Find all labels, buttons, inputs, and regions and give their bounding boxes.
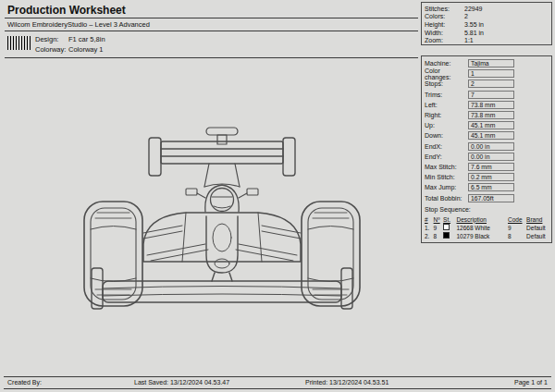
machine-label: Up: (425, 122, 468, 129)
barcode-icon (7, 36, 31, 50)
colorway-row: Colorway: Colorway 1 (35, 45, 104, 54)
summary-value: 5.81 in (464, 30, 484, 36)
machine-row: Trims:7 (425, 90, 549, 100)
machine-value: 73.8 mm (468, 111, 514, 119)
header-rule-2 (5, 31, 418, 31)
machine-row: Max Stitch:7.6 mm (425, 162, 549, 172)
summary-label: Zoom: (425, 37, 464, 43)
summary-row: Width:5.81 in (425, 29, 549, 37)
design-label: Design: (35, 35, 68, 43)
summary-row: Colors:2 (425, 13, 549, 21)
machine-row: Min Stitch:0.2 mm (425, 172, 549, 182)
cockpit-and-helmet (205, 185, 239, 212)
machine-row: EndX:0.00 in (425, 141, 549, 152)
machine-value: 7 (468, 91, 514, 99)
thread-code: 9 (508, 225, 526, 231)
machine-value: 45.1 mm (468, 131, 514, 140)
machine-label: Stops: (425, 80, 468, 87)
design-name-row: Design: F1 car 5,8in (35, 35, 105, 43)
col-st: St. (443, 216, 456, 223)
machine-value: 45.1 mm (468, 121, 514, 129)
machine-value: 73.8 mm (468, 101, 514, 109)
thread-color-swatch (443, 232, 450, 239)
machine-value: 1 (468, 69, 514, 78)
machine-label: Machine: (425, 60, 468, 67)
design-value: F1 car 5,8in (68, 35, 105, 43)
machine-row: Total Bobbin:167.05ft (425, 192, 549, 202)
col-code: Code (508, 216, 526, 223)
summary-label: Stitches: (425, 6, 464, 12)
page-title: Production Worksheet (7, 4, 126, 17)
front-wing (92, 268, 352, 309)
last-saved-text: Last Saved: 13/12/2024 04.53.47 (134, 379, 229, 386)
printed-text: Printed: 13/12/2024 04.53.51 (305, 379, 388, 386)
right-front-tire (302, 202, 360, 306)
machine-row: Down:45.1 mm (425, 130, 549, 141)
summary-value: 1:1 (464, 37, 474, 43)
created-by-label: Created By: (7, 379, 42, 386)
machine-value: 167.05ft (468, 194, 514, 202)
summary-row: Stitches:22949 (425, 5, 549, 13)
machine-label: Max Jump: (425, 184, 468, 190)
chassis-body (143, 213, 301, 262)
machine-row: Up:45.1 mm (425, 120, 549, 130)
stop-num: 1. (425, 225, 434, 231)
software-subtitle: Wilcom EmbroideryStudio – Level 3 Advanc… (7, 20, 150, 29)
summary-value: 22949 (464, 6, 482, 12)
col-brand: Brand (526, 216, 549, 223)
stop-sequence-header: # Nº St. Description Code Brand (425, 215, 549, 224)
machine-value: 0.00 in (468, 142, 514, 151)
summary-row: Zoom:1:1 (425, 36, 549, 44)
machine-value: 0.00 in (468, 153, 514, 161)
summary-label: Height: (425, 21, 464, 28)
footer-rule-bottom (4, 388, 551, 389)
thread-code: 8 (508, 233, 526, 239)
machine-label: Down: (425, 132, 468, 139)
thread-brand: Default (526, 233, 549, 239)
machine-row: Color changes:1 (425, 68, 549, 79)
summary-row: Height:3.55 in (425, 20, 549, 29)
nose-cone (206, 216, 238, 273)
design-summary-box: Stitches:22949 Colors:2 Height:3.55 in W… (421, 2, 552, 45)
machine-label: Right: (425, 112, 468, 118)
stop-needle: 9 (434, 225, 444, 231)
summary-label: Colors: (425, 13, 464, 19)
col-needle: Nº (434, 216, 444, 223)
summary-value: 2 (464, 13, 468, 19)
machine-label: Total Bobbin: (425, 195, 468, 202)
summary-label: Width: (425, 30, 464, 36)
machine-value: 6.5 mm (468, 183, 514, 191)
machine-label: EndY: (425, 153, 468, 160)
machine-row: Right:73.8 mm (425, 110, 549, 120)
rear-wing (149, 138, 295, 176)
colorway-value: Colorway 1 (68, 45, 104, 54)
header-rule-1 (5, 18, 418, 18)
machine-label: Left: (425, 102, 468, 108)
machine-label: Trims: (425, 92, 468, 98)
stop-sequence-row: 1. 9 12668 White 9 Default (425, 224, 549, 232)
machine-row: Stops:2 (425, 79, 549, 89)
stop-sequence-title: Stop Sequence: (425, 206, 549, 215)
machine-row: Left:73.8 mm (425, 100, 549, 110)
machine-details-box: Machine:Tajima Color changes:1 Stops:2 T… (421, 55, 552, 243)
footer-rule-top (4, 376, 551, 377)
machine-row: EndY:0.00 in (425, 152, 549, 162)
thread-description: 10279 Black (456, 233, 508, 239)
design-preview-f1-car (69, 126, 375, 315)
machine-label: EndX: (425, 143, 468, 150)
machine-value: 7.6 mm (468, 163, 514, 171)
col-description: Description (456, 216, 508, 223)
stop-sequence-row: 2. 8 10279 Black 8 Default (425, 232, 549, 240)
thread-description: 12668 White (456, 225, 508, 231)
machine-label: Color changes: (425, 67, 468, 80)
machine-value: Tajima (468, 59, 514, 67)
colorway-label: Colorway: (35, 45, 68, 54)
summary-value: 3.55 in (464, 21, 484, 28)
page-number: Page 1 of 1 (514, 379, 548, 386)
machine-value: 2 (468, 80, 514, 88)
col-num: # (425, 216, 434, 223)
suspension-arms (143, 226, 301, 261)
machine-label: Max Stitch: (425, 164, 468, 170)
thread-color-swatch (443, 224, 450, 230)
machine-row: Max Jump:6.5 mm (425, 182, 549, 192)
